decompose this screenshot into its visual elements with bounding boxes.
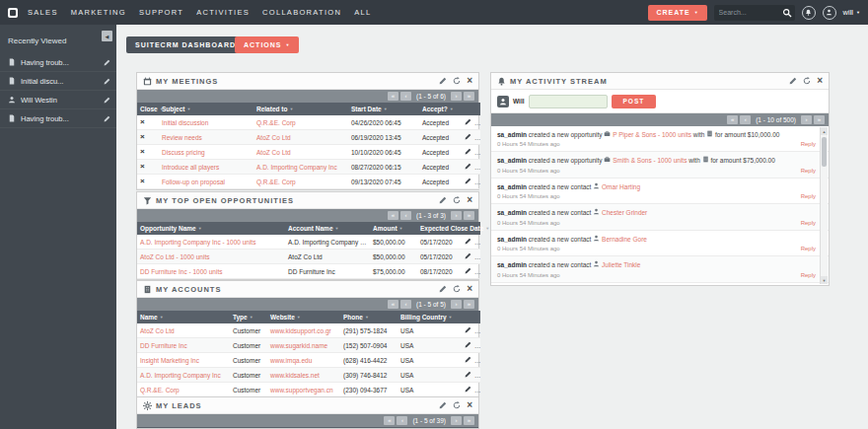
next-page-button[interactable]: › — [451, 416, 462, 425]
edit-pencil-icon[interactable] — [465, 133, 471, 140]
search-icon[interactable] — [782, 8, 792, 18]
last-page-button[interactable]: » — [464, 300, 474, 309]
sidebar-collapse-button[interactable]: ◀ — [102, 31, 112, 41]
scroll-up-icon[interactable]: ▲ — [821, 127, 828, 135]
related-account-link[interactable]: AtoZ Co Ltd — [256, 134, 291, 141]
first-page-button[interactable]: « — [384, 416, 395, 425]
website-link[interactable]: www.sugarkid.name — [270, 342, 327, 349]
meeting-subject-link[interactable]: Initial discussion — [162, 119, 208, 126]
refresh-dashlet-icon[interactable] — [803, 77, 811, 85]
prev-page-button[interactable]: ‹ — [397, 416, 407, 425]
opportunity-link[interactable]: DD Furniture Inc - 1000 units — [140, 268, 222, 275]
edit-pencil-icon[interactable] — [465, 178, 471, 184]
menu-item-collaboration[interactable]: COLLABORATION — [262, 8, 341, 17]
column-header-billing-country[interactable]: Billing Country▼ — [398, 311, 459, 323]
edit-dashlet-icon[interactable] — [439, 196, 447, 204]
sidebar-item-recent-2[interactable]: Will Westin — [0, 91, 116, 109]
close-meeting-icon[interactable]: × — [140, 117, 145, 126]
sidebar-item-recent-0[interactable]: Having troub... — [0, 53, 116, 72]
edit-pencil-icon[interactable] — [104, 59, 110, 66]
menu-item-support[interactable]: SUPPORT — [139, 8, 183, 17]
website-link[interactable]: www.kidsupport.co.gr — [270, 327, 331, 334]
activity-target-link[interactable]: Bernadine Gore — [602, 236, 647, 243]
close-meeting-icon[interactable]: × — [140, 162, 145, 171]
next-page-button[interactable]: › — [801, 115, 812, 124]
reply-link[interactable]: Reply — [801, 193, 816, 199]
edit-pencil-icon[interactable] — [465, 252, 471, 259]
opportunity-link[interactable]: A.D. Importing Company Inc - 1000 units — [140, 239, 255, 246]
prev-page-button[interactable]: ‹ — [400, 300, 411, 309]
user-avatar-icon[interactable] — [823, 6, 836, 20]
website-link[interactable]: www.imqa.edu — [270, 357, 312, 364]
column-header-type[interactable]: Type▼ — [230, 311, 267, 323]
edit-dashlet-icon[interactable] — [439, 401, 447, 409]
first-page-button[interactable]: « — [388, 300, 398, 309]
column-header-expected-close-date[interactable]: Expected Close Date▼ — [417, 222, 459, 235]
scroll-down-icon[interactable]: ▼ — [821, 276, 828, 284]
first-page-button[interactable]: « — [388, 92, 398, 101]
activity-target-link[interactable]: Smith & Sons - 1000 units — [613, 157, 687, 164]
column-header-website[interactable]: Website▼ — [267, 311, 340, 323]
activity-target-link[interactable]: Juliette Tinkle — [602, 261, 640, 268]
account-link[interactable]: A.D. Importing Company Inc — [140, 372, 221, 379]
close-dashlet-icon[interactable]: × — [817, 76, 823, 86]
next-page-button[interactable]: › — [451, 92, 462, 101]
edit-pencil-icon[interactable] — [465, 163, 471, 170]
column-header-close[interactable]: Close▼ — [137, 103, 159, 115]
prev-page-button[interactable]: ‹ — [740, 115, 751, 124]
column-header-accept[interactable]: Accept?▼ — [419, 103, 459, 115]
account-link[interactable]: DD Furniture Inc — [140, 342, 187, 349]
close-meeting-icon[interactable]: × — [140, 132, 145, 141]
create-button[interactable]: CREATE ▼ — [648, 5, 706, 21]
close-dashlet-icon[interactable]: × — [467, 76, 472, 86]
next-page-button[interactable]: › — [451, 211, 462, 220]
account-link[interactable]: Insight Marketing Inc — [140, 357, 199, 364]
meeting-subject-link[interactable]: Introduce all players — [162, 164, 219, 171]
edit-pencil-icon[interactable] — [465, 267, 471, 274]
prev-page-button[interactable]: ‹ — [400, 92, 411, 101]
close-meeting-icon[interactable]: × — [140, 147, 145, 156]
last-page-button[interactable]: » — [464, 211, 474, 220]
first-page-button[interactable]: « — [388, 211, 398, 220]
reply-link[interactable]: Reply — [801, 246, 816, 251]
close-dashlet-icon[interactable]: × — [467, 284, 472, 294]
meeting-subject-link[interactable]: Follow-up on proposal — [162, 179, 225, 185]
close-dashlet-icon[interactable]: × — [467, 195, 472, 205]
reply-link[interactable]: Reply — [801, 220, 816, 226]
related-account-link[interactable]: Q.R.&E. Corp — [256, 119, 296, 126]
column-header-start-date[interactable]: Start Date▼ — [348, 103, 419, 115]
edit-pencil-icon[interactable] — [104, 78, 110, 85]
reply-link[interactable]: Reply — [801, 168, 816, 174]
next-page-button[interactable]: › — [451, 300, 462, 309]
edit-pencil-icon[interactable] — [465, 238, 471, 245]
column-header-opportunity-name[interactable]: Opportunity Name▼ — [137, 222, 285, 235]
edit-pencil-icon[interactable] — [465, 326, 471, 333]
refresh-dashlet-icon[interactable] — [453, 285, 461, 293]
refresh-dashlet-icon[interactable] — [453, 401, 461, 409]
activity-target-link[interactable]: Omar Harting — [602, 183, 640, 190]
notifications-bell-icon[interactable] — [802, 6, 816, 20]
sidebar-item-recent-1[interactable]: Initial discu... — [0, 72, 116, 91]
actions-button[interactable]: ACTIONS ▼ — [235, 36, 299, 53]
menu-item-marketing[interactable]: MARKETING — [71, 8, 126, 17]
edit-dashlet-icon[interactable] — [439, 77, 447, 85]
post-button[interactable]: POST — [612, 95, 657, 108]
refresh-dashlet-icon[interactable] — [453, 196, 461, 204]
column-header-related-to[interactable]: Related to▼ — [253, 103, 348, 115]
edit-pencil-icon[interactable] — [465, 118, 471, 125]
meeting-subject-link[interactable]: Discuss pricing — [162, 149, 205, 156]
prev-page-button[interactable]: ‹ — [400, 211, 411, 220]
last-page-button[interactable]: » — [814, 115, 825, 124]
edit-pencil-icon[interactable] — [465, 148, 471, 155]
edit-dashlet-icon[interactable] — [789, 77, 797, 85]
status-input[interactable] — [529, 95, 608, 108]
opportunity-link[interactable]: AtoZ Co Ltd - 1000 units — [140, 253, 209, 260]
menu-item-sales[interactable]: SALES — [28, 8, 58, 17]
user-menu[interactable]: will ▼ — [843, 8, 860, 17]
edit-pencil-icon[interactable] — [465, 341, 471, 348]
account-link[interactable]: Q.R.&E. Corp — [140, 387, 180, 393]
edit-pencil-icon[interactable] — [465, 386, 471, 393]
first-page-button[interactable]: « — [727, 115, 738, 124]
last-page-button[interactable]: » — [464, 416, 474, 425]
activity-target-link[interactable]: Chester Grinder — [602, 209, 647, 216]
